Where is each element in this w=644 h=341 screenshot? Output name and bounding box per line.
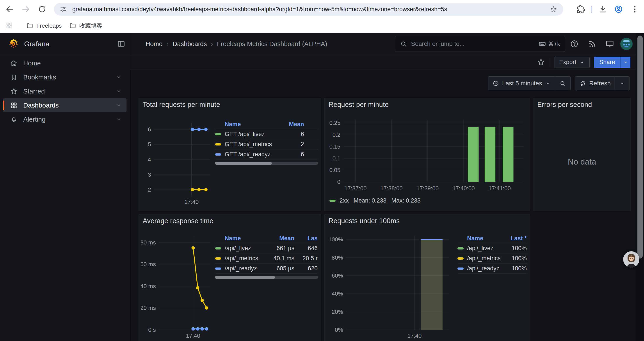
legend-swatch — [458, 267, 464, 270]
legend-swatch — [330, 200, 336, 202]
favorite-star-icon[interactable] — [537, 58, 546, 67]
svg-text:17:37:00: 17:37:00 — [344, 185, 366, 192]
svg-text:5: 5 — [148, 141, 151, 148]
site-settings-icon[interactable] — [60, 5, 68, 13]
news-rss-icon[interactable] — [588, 40, 597, 48]
legend-row[interactable]: 2xx Mean: 0.233 Max: 0.233 — [330, 197, 421, 204]
panel-title[interactable]: Request per minute — [328, 101, 389, 109]
legend-row[interactable]: /api/_livez100% — [458, 243, 527, 253]
svg-text:0: 0 — [337, 179, 340, 185]
page-scrollbar-thumb[interactable] — [638, 36, 643, 258]
legend-scrollbar[interactable] — [215, 162, 318, 165]
export-button[interactable]: Export — [554, 57, 590, 68]
browser-menu-icon[interactable] — [630, 4, 640, 15]
reload-icon[interactable] — [37, 4, 47, 15]
sidebar-item-label: Home — [23, 60, 126, 67]
legend-series-name: /api/_livez — [467, 245, 500, 252]
back-icon[interactable] — [4, 4, 15, 15]
grafana-logo-icon[interactable] — [8, 38, 19, 50]
search-input[interactable] — [410, 40, 535, 48]
sidebar-item-home[interactable]: Home — [3, 56, 126, 70]
sidebar-item-bookmarks[interactable]: Bookmarks — [3, 70, 126, 84]
refresh-button[interactable]: Refresh — [575, 77, 615, 90]
svg-text:17:39:00: 17:39:00 — [416, 185, 438, 192]
legend-row[interactable]: /api/_livez661 µs646 — [215, 243, 318, 253]
legend-header-cell[interactable]: Mean — [280, 121, 304, 128]
download-icon[interactable] — [598, 4, 608, 15]
address-bar[interactable] — [54, 3, 563, 16]
panel-title[interactable]: Errors per second — [537, 101, 592, 109]
refresh-interval-button[interactable] — [615, 77, 629, 90]
breadcrumb-dashboards[interactable]: Dashboards — [172, 40, 207, 48]
legend-row[interactable]: /api/_metrics40.1 ms20.5 r — [215, 253, 318, 263]
share-button[interactable]: Share — [594, 57, 620, 68]
legend-header-cell[interactable]: Name — [225, 121, 280, 128]
user-avatar[interactable] — [620, 38, 632, 50]
sidebar-item-label: Alerting — [23, 116, 116, 123]
panel-title[interactable]: Requests under 100ms — [328, 217, 400, 225]
legend-row[interactable]: GET /api/_metrics2 — [215, 139, 318, 149]
panel-average-response-time[interactable]: Average response time 80 ms60 ms40 ms20 … — [138, 214, 321, 341]
bookmark-folder-freeleaps[interactable]: Freeleaps — [26, 21, 62, 30]
legend-header-cell[interactable]: Name — [467, 235, 500, 242]
svg-text:0.05: 0.05 — [329, 167, 340, 173]
panel-request-per-minute[interactable]: Request per minute 0.250.20.150.10.05017… — [324, 98, 530, 211]
legend-row[interactable]: /api/_readyz100% — [458, 263, 527, 274]
legend-scrollbar-thumb[interactable] — [215, 162, 272, 165]
monitor-icon[interactable] — [606, 40, 614, 48]
legend-header-cell[interactable]: Name — [225, 235, 261, 242]
help-icon[interactable] — [570, 40, 579, 48]
svg-text:40 ms: 40 ms — [142, 283, 156, 289]
legend-value: 6 — [280, 151, 304, 158]
url-input[interactable] — [72, 6, 545, 13]
legend-row[interactable]: /api/_metrics100% — [458, 253, 527, 263]
forward-icon[interactable] — [20, 4, 31, 15]
legend-row[interactable]: /api/_readyz605 µs620 — [215, 263, 318, 274]
panel-requests-under-100ms[interactable]: Requests under 100ms 100%80%60%40%20%0%1… — [324, 214, 530, 341]
legend-scrollbar-thumb[interactable] — [215, 276, 275, 279]
svg-text:0 s: 0 s — [148, 326, 156, 333]
chevron-down-icon[interactable] — [116, 88, 122, 94]
legend-header-cell[interactable]: Mean — [261, 235, 294, 242]
sidebar-collapse-icon[interactable] — [117, 40, 126, 48]
sidebar-item-starred[interactable]: Starred — [3, 84, 126, 98]
svg-text:17:40: 17:40 — [184, 199, 198, 205]
legend-header-cell[interactable]: Las — [294, 235, 318, 242]
panel-total-requests[interactable]: Total requests per minute 6543217:40 Nam… — [138, 98, 321, 211]
time-range-button[interactable]: Last 5 minutes — [488, 77, 555, 90]
legend-value: 40.1 ms — [261, 255, 294, 262]
legend-value: 605 µs — [261, 265, 294, 272]
chevron-down-icon[interactable] — [116, 102, 122, 108]
no-data-message: No data — [533, 157, 631, 167]
keyboard-shortcut: ⌘+k — [538, 40, 560, 48]
breadcrumb-home[interactable]: Home — [146, 40, 162, 48]
assistant-avatar[interactable] — [623, 251, 640, 267]
bookmarks-divider — [19, 22, 19, 30]
zoom-out-button[interactable] — [555, 77, 570, 90]
bookmark-star-icon[interactable] — [550, 5, 558, 13]
share-menu-button[interactable] — [620, 57, 630, 68]
panel-title[interactable]: Average response time — [143, 217, 213, 225]
panel-title[interactable]: Total requests per minute — [143, 101, 220, 109]
extensions-icon[interactable] — [576, 4, 586, 15]
browser-toolbar — [0, 0, 644, 19]
search-box[interactable]: ⌘+k — [395, 36, 565, 52]
bell-icon — [10, 116, 18, 123]
legend-row[interactable]: GET /api/_readyz6 — [215, 149, 318, 160]
legend-table: NameLast */api/_livez100%/api/_metrics10… — [458, 234, 527, 274]
time-picker-group: Last 5 minutes — [488, 76, 570, 90]
bookmark-folder-blogs[interactable]: 收藏博客 — [69, 21, 102, 30]
legend-header-cell[interactable]: Last * — [500, 235, 527, 242]
chevron-down-icon[interactable] — [116, 74, 122, 80]
apps-grid-icon[interactable] — [6, 22, 14, 30]
sidebar-item-alerting[interactable]: Alerting — [3, 112, 126, 126]
legend-row[interactable]: GET /api/_livez6 — [215, 129, 318, 139]
chevron-down-icon[interactable] — [116, 116, 122, 122]
chevron-down-icon — [620, 81, 625, 86]
panel-errors-per-second[interactable]: Errors per second No data — [533, 98, 631, 211]
total-requests-chart: 6543217:40 — [142, 119, 214, 206]
chevron-right-icon: › — [166, 40, 168, 48]
legend-scrollbar[interactable] — [215, 276, 318, 279]
browser-profile-icon[interactable] — [613, 4, 624, 15]
sidebar-item-dashboards[interactable]: Dashboards — [3, 98, 126, 112]
